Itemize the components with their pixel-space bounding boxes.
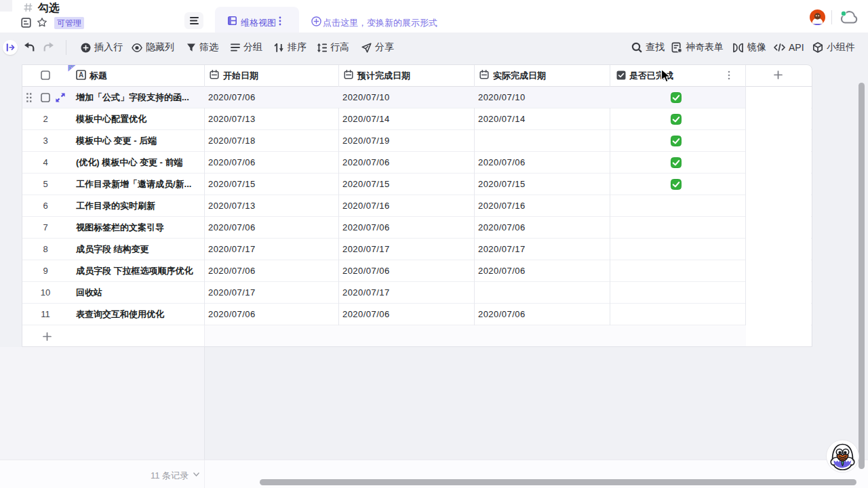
svg-text:A: A	[79, 71, 83, 79]
